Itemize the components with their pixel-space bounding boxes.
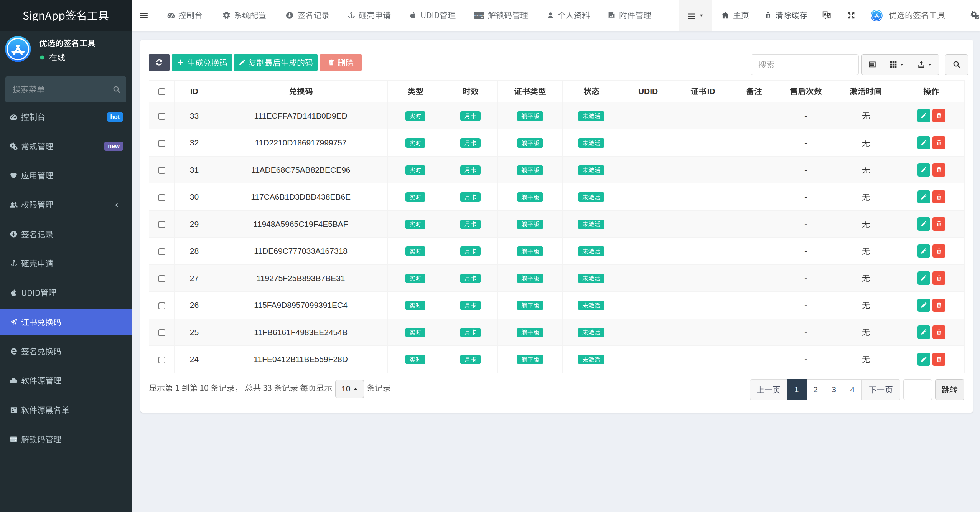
svg-text:DISCOVER: DISCOVER <box>474 15 484 17</box>
svg-text:DISCOVER: DISCOVER <box>10 439 17 440</box>
